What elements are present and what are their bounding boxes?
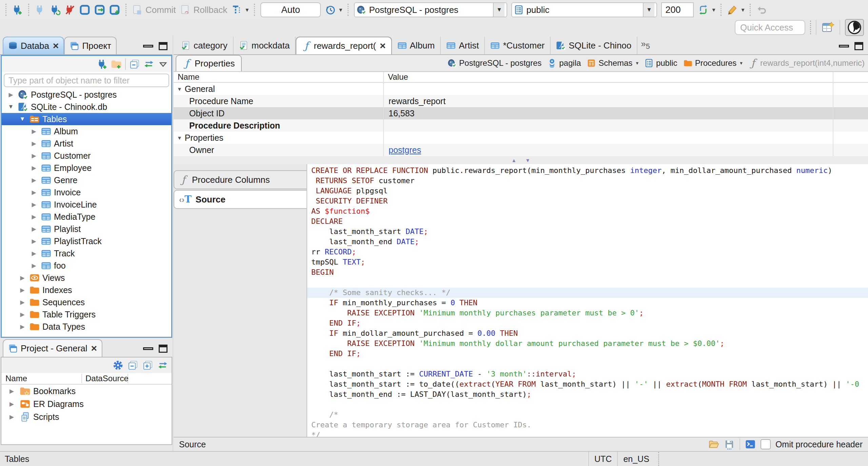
- link-with-editor-icon[interactable]: [157, 360, 168, 371]
- expander-icon[interactable]: ▶: [29, 213, 38, 220]
- column-header-name[interactable]: Name: [174, 72, 383, 82]
- dropdown-arrow-icon[interactable]: ▾: [636, 60, 638, 66]
- open-perspective-icon[interactable]: [821, 21, 835, 34]
- maximize-icon[interactable]: [159, 345, 167, 353]
- tab-overflow-indicator[interactable]: »5: [637, 39, 653, 51]
- tree-item-postgresql-postgres[interactable]: ▶PostgreSQL - postgres: [2, 89, 171, 101]
- tree-item-invoiceline[interactable]: ▶InvoiceLine: [2, 198, 171, 211]
- commit-mode-combo[interactable]: Auto: [260, 2, 321, 17]
- quick-access-input[interactable]: [735, 20, 805, 35]
- open-in-console-icon[interactable]: [745, 439, 756, 450]
- connect-icon[interactable]: [35, 4, 45, 15]
- group-expander-icon[interactable]: ▼: [177, 86, 182, 92]
- expander-icon[interactable]: ▶: [29, 152, 38, 159]
- collapse-all-icon[interactable]: [127, 360, 138, 371]
- breadcrumb-item-procedures[interactable]: Procedures▾: [684, 58, 743, 68]
- tree-item-indexes[interactable]: ▶Indexes: [2, 284, 171, 296]
- tree-item-album[interactable]: ▶Album: [2, 125, 171, 137]
- maximize-icon[interactable]: [854, 42, 863, 50]
- collapse-down-icon[interactable]: ▼: [525, 157, 530, 163]
- dropdown-arrow-icon[interactable]: ▾: [740, 60, 743, 66]
- tree-item-playlisttrack[interactable]: ▶PlaylistTrack: [2, 235, 171, 247]
- expander-icon[interactable]: ▼: [6, 103, 15, 110]
- side-tab-source[interactable]: ‹›TSource: [174, 190, 307, 209]
- view-menu-icon[interactable]: [158, 59, 169, 70]
- expander-icon[interactable]: ▶: [9, 413, 17, 421]
- status-timezone[interactable]: UTC: [588, 452, 617, 466]
- minimize-icon[interactable]: [839, 45, 849, 47]
- breadcrumb-item-rewards-report-int4-numeric[interactable]: ƒrewards_report(int4,numeric): [749, 58, 865, 68]
- close-icon[interactable]: ×: [380, 41, 386, 51]
- tree-item-sequences[interactable]: ▶Sequences: [2, 296, 171, 308]
- expander-icon[interactable]: ▶: [18, 274, 27, 281]
- expander-icon[interactable]: ▶: [29, 164, 38, 172]
- tree-item-tables[interactable]: ▼Tables: [2, 113, 171, 125]
- column-header-name[interactable]: Name: [1, 374, 82, 383]
- new-connection-icon[interactable]: [12, 4, 23, 15]
- breadcrumb-item-schemas[interactable]: Schemas▾: [587, 58, 638, 68]
- tree-item-playlist[interactable]: ▶Playlist: [2, 223, 171, 235]
- column-divider[interactable]: [383, 72, 384, 156]
- tab-project-general[interactable]: Project - General ×: [3, 339, 102, 357]
- omit-procedure-header-checkbox[interactable]: [761, 439, 771, 449]
- expander-icon[interactable]: ▶: [29, 250, 38, 257]
- expander-icon[interactable]: ▶: [18, 323, 27, 330]
- collapse-all-icon[interactable]: [129, 59, 140, 70]
- project-item-scripts[interactable]: ▶Scripts: [1, 410, 172, 423]
- sync-button[interactable]: ▾: [698, 4, 715, 15]
- expander-icon[interactable]: ▶: [9, 388, 17, 395]
- commit-button[interactable]: Commit: [132, 4, 176, 15]
- horizontal-splitter[interactable]: ▲ ▼: [174, 156, 868, 164]
- editor-tab-sqlite-chinoo[interactable]: SQLite - Chinoo: [551, 37, 637, 54]
- column-header-value[interactable]: Value: [383, 72, 408, 82]
- expander-icon[interactable]: ▶: [18, 299, 27, 306]
- new-sql-editor-icon[interactable]: [109, 4, 120, 15]
- fetch-size-input[interactable]: [661, 2, 694, 17]
- expander-icon[interactable]: ▶: [18, 287, 27, 294]
- connection-combo-dropdown[interactable]: ▼: [493, 3, 505, 17]
- expander-icon[interactable]: ▼: [18, 116, 27, 122]
- expander-icon[interactable]: ▶: [29, 262, 38, 269]
- link-with-editor-icon[interactable]: [143, 59, 154, 70]
- expander-icon[interactable]: ▶: [6, 91, 15, 98]
- property-row-owner[interactable]: Ownerpostgres: [174, 144, 868, 156]
- expander-icon[interactable]: ▶: [29, 177, 38, 184]
- compare-button[interactable]: ▾: [727, 4, 744, 15]
- expand-all-icon[interactable]: [142, 360, 153, 371]
- expander-icon[interactable]: ▶: [29, 128, 38, 135]
- property-row-object-id[interactable]: Object ID16,583: [174, 107, 868, 119]
- breadcrumb-item-pagila[interactable]: pagila: [548, 58, 581, 68]
- tree-item-genre[interactable]: ▶Genre: [2, 174, 171, 186]
- editor-tab-mockdata[interactable]: mockdata: [234, 37, 296, 54]
- side-tab-procedure-columns[interactable]: ƒProcedure Columns: [174, 170, 307, 189]
- project-item-er-diagrams[interactable]: ▶ER Diagrams: [1, 397, 172, 410]
- tree-item-data-types[interactable]: ▶Data Types: [2, 321, 171, 333]
- property-row-properties[interactable]: ▼Properties: [174, 132, 868, 144]
- collapse-up-icon[interactable]: ▲: [511, 157, 516, 163]
- expander-icon[interactable]: ▶: [29, 238, 38, 245]
- new-folder-icon[interactable]: [111, 59, 122, 70]
- property-row-procedure-description[interactable]: Procedure Description: [174, 119, 868, 132]
- open-sql-console-icon[interactable]: [94, 4, 105, 15]
- new-connection-icon[interactable]: [97, 59, 107, 70]
- schema-combo-dropdown[interactable]: ▼: [643, 3, 654, 17]
- maximize-icon[interactable]: [159, 42, 167, 50]
- expander-icon[interactable]: ▶: [29, 226, 38, 233]
- load-from-file-icon[interactable]: [708, 439, 719, 450]
- tab-properties[interactable]: ƒ Properties: [176, 55, 242, 71]
- group-expander-icon[interactable]: ▼: [177, 135, 182, 141]
- expander-icon[interactable]: ▶: [9, 401, 17, 408]
- disconnect-icon[interactable]: [64, 4, 75, 15]
- tree-item-artist[interactable]: ▶Artist: [2, 137, 171, 150]
- tree-item-foo[interactable]: ▶foo: [2, 259, 171, 272]
- transaction-log-button[interactable]: ▾: [231, 4, 249, 15]
- property-value[interactable]: postgres: [383, 145, 421, 155]
- active-schema-combo[interactable]: public ▼: [511, 2, 657, 17]
- column-header-datasource[interactable]: DataSource: [82, 374, 128, 383]
- sql-editor-icon[interactable]: [79, 4, 90, 15]
- project-item-bookmarks[interactable]: ▶Bookmarks: [1, 385, 172, 397]
- property-row-procedure-name[interactable]: Procedure Namerewards_report: [174, 95, 868, 107]
- tree-item-sqlite-chinook-db[interactable]: ▼SQLite - Chinook.db: [2, 101, 171, 113]
- tree-item-mediatype[interactable]: ▶MediaType: [2, 211, 171, 223]
- minimize-icon[interactable]: [143, 45, 153, 47]
